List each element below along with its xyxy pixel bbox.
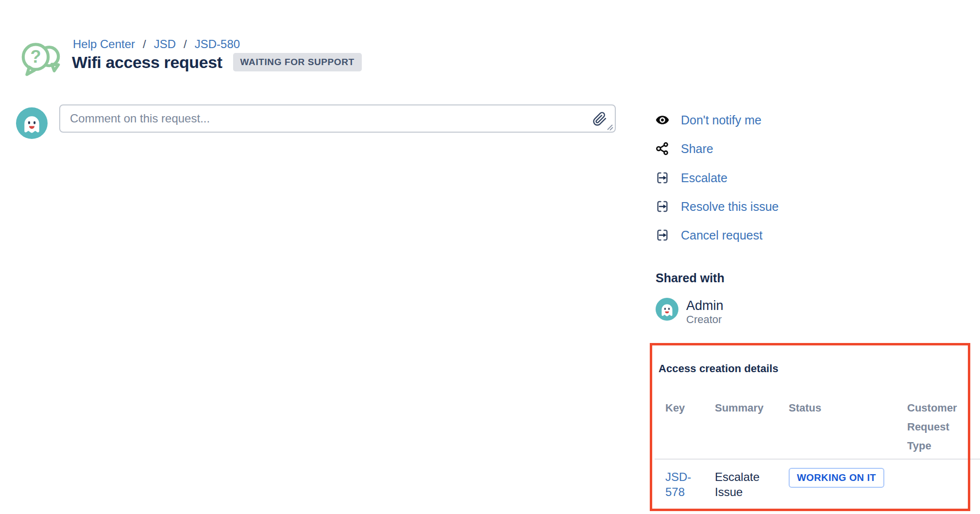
column-header-key: Key [665,398,685,417]
action-dont-notify[interactable]: Don't notify me [656,112,761,128]
workflow-transition-icon [656,228,669,242]
action-resolve[interactable]: Resolve this issue [656,198,778,215]
column-header-customer-request-type: Customer Request Type [907,398,973,455]
breadcrumb-separator: / [184,37,187,51]
comment-box [59,104,616,133]
shared-user-name: Admin [686,298,724,313]
shared-user-role: Creator [686,313,724,326]
action-escalate[interactable]: Escalate [656,170,727,186]
page-title: Wifi access request [72,51,222,73]
breadcrumb-separator: / [143,37,146,51]
resize-grip-icon[interactable] [606,123,613,131]
action-share[interactable]: Share [656,140,713,157]
breadcrumb-help-center[interactable]: Help Center [73,37,135,51]
column-header-summary: Summary [715,398,763,417]
access-details-heading: Access creation details [659,362,778,375]
shared-user-row: Admin Creator [656,298,724,326]
issue-key-link[interactable]: JSD-578 [665,470,691,498]
shared-with-heading: Shared with [656,271,725,285]
paperclip-icon[interactable] [592,112,607,126]
breadcrumb-issue-key[interactable]: JSD-580 [195,37,240,51]
table-header-divider [655,459,980,460]
table-row-summary-cell: Escalate Issue [715,469,776,499]
user-avatar [16,107,48,139]
workflow-transition-icon [656,171,669,185]
action-cancel-label[interactable]: Cancel request [681,228,762,242]
shared-user-info: Admin Creator [686,298,724,326]
title-row: Wifi access request WAITING FOR SUPPORT [72,51,362,73]
table-row-key-cell: JSD-578 [665,469,705,499]
action-share-label[interactable]: Share [681,142,713,156]
action-escalate-label[interactable]: Escalate [681,171,727,185]
request-status-lozenge: WAITING FOR SUPPORT [233,53,362,71]
svg-text:?: ? [30,47,41,67]
action-resolve-label[interactable]: Resolve this issue [681,200,778,214]
breadcrumb-project[interactable]: JSD [154,37,176,51]
column-header-status: Status [789,398,821,417]
comment-input[interactable] [60,105,615,132]
workflow-transition-icon [656,200,669,213]
row-status-badge: WORKING ON IT [789,468,884,488]
help-bubbles-icon: ? [18,39,63,78]
eye-icon [656,113,669,127]
action-cancel[interactable]: Cancel request [656,227,762,243]
ghost-avatar-icon [656,298,678,321]
breadcrumb: Help Center / JSD / JSD-580 [73,37,240,51]
action-dont-notify-label[interactable]: Don't notify me [681,113,761,127]
share-icon [656,142,669,155]
jsd-request-page: { "page": { "breadcrumb": { "items": ["H… [0,0,980,514]
